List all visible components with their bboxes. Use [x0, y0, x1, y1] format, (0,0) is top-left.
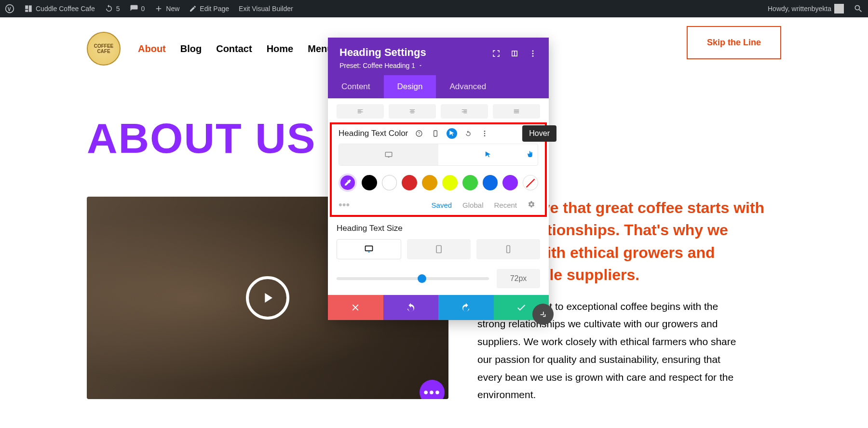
svg-rect-11: [388, 157, 390, 158]
slider-thumb[interactable]: [418, 274, 426, 283]
svg-rect-13: [368, 252, 369, 253]
color-swatches: [339, 174, 538, 192]
nav-item-home[interactable]: Home: [267, 43, 294, 54]
help-icon[interactable]: ?: [414, 128, 424, 139]
device-tablet-button[interactable]: [407, 239, 471, 259]
svg-point-3: [532, 55, 534, 57]
swatch-yellow[interactable]: [442, 175, 458, 190]
nav-item-about[interactable]: About: [138, 43, 166, 54]
align-center-button[interactable]: [389, 104, 436, 119]
device-desktop-button[interactable]: [337, 239, 401, 259]
howdy-label: Howdy, writtenbyekta: [768, 5, 831, 13]
panel-title: Heading Settings: [339, 46, 426, 59]
site-name-label: Cuddle Coffee Cafe: [36, 5, 95, 13]
exit-builder-label: Exit Visual Builder: [239, 5, 293, 13]
size-input[interactable]: [497, 269, 540, 288]
edit-page-label: Edit Page: [200, 5, 229, 13]
svg-rect-15: [507, 246, 510, 253]
tab-content[interactable]: Content: [328, 75, 384, 98]
tab-saved[interactable]: Saved: [432, 201, 452, 209]
docs-icon[interactable]: [510, 49, 519, 60]
edit-page-item[interactable]: Edit Page: [189, 5, 229, 13]
cursor-icon[interactable]: [447, 128, 457, 139]
hand-cursor-icon: [526, 150, 535, 160]
cancel-button[interactable]: [328, 295, 383, 320]
panel-actions: [328, 295, 549, 320]
size-slider[interactable]: [337, 277, 489, 280]
svg-point-9: [484, 135, 486, 136]
swatch-black[interactable]: [362, 175, 377, 190]
site-name[interactable]: Cuddle Coffee Cafe: [24, 4, 95, 13]
nav-item-contact[interactable]: Contact: [216, 43, 252, 54]
state-hover-button[interactable]: [438, 144, 538, 165]
tab-global[interactable]: Global: [462, 201, 483, 209]
heading-settings-panel[interactable]: Heading Settings Preset: Coffee Heading …: [328, 38, 549, 320]
site-logo[interactable]: COFFEECAFE: [87, 32, 121, 66]
swatch-green[interactable]: [462, 175, 478, 190]
svg-rect-12: [366, 246, 373, 251]
color-label: Heading Text Color: [339, 129, 408, 138]
highlighted-color-section: Heading Text Color ? Hover: [330, 122, 547, 217]
exit-builder-item[interactable]: Exit Visual Builder: [239, 5, 293, 13]
svg-text:?: ?: [418, 131, 420, 136]
new-label: New: [166, 5, 179, 13]
swatch-orange[interactable]: [422, 175, 437, 190]
device-phone-button[interactable]: [476, 239, 540, 259]
state-toggle: [339, 144, 538, 166]
swatch-blue[interactable]: [483, 175, 498, 190]
svg-point-2: [532, 53, 534, 54]
panel-tabs: Content Design Advanced: [328, 75, 549, 98]
size-label: Heading Text Size: [337, 224, 540, 233]
drag-handle[interactable]: [532, 304, 554, 325]
panel-preset[interactable]: Preset: Coffee Heading 1: [339, 62, 426, 69]
reset-icon[interactable]: [463, 128, 474, 139]
tab-design[interactable]: Design: [384, 75, 436, 98]
svg-point-1: [532, 50, 534, 52]
svg-rect-6: [434, 131, 437, 136]
main-nav: About Blog Contact Home Menu: [138, 43, 333, 54]
updates-item[interactable]: 5: [105, 4, 120, 13]
align-justify-button[interactable]: [493, 104, 540, 119]
tab-advanced[interactable]: Advanced: [436, 75, 500, 98]
swatch-purple[interactable]: [502, 175, 518, 190]
play-button[interactable]: [246, 276, 289, 320]
skip-line-button[interactable]: Skip the Line: [687, 26, 781, 59]
align-options: [328, 98, 549, 123]
kebab-icon[interactable]: [479, 128, 490, 139]
nav-item-blog[interactable]: Blog: [180, 43, 202, 54]
state-default-button[interactable]: [339, 144, 438, 165]
swatch-white[interactable]: [382, 175, 397, 190]
new-item[interactable]: New: [154, 4, 179, 13]
gear-icon[interactable]: [528, 201, 535, 210]
wp-logo-icon[interactable]: [5, 4, 14, 13]
comments-count: 0: [141, 5, 145, 13]
tab-recent[interactable]: Recent: [494, 201, 517, 209]
svg-point-7: [484, 131, 486, 132]
updates-count: 5: [116, 5, 120, 13]
redo-button[interactable]: [438, 295, 494, 320]
svg-rect-10: [385, 152, 392, 157]
swatch-none[interactable]: [523, 175, 538, 190]
howdy-item[interactable]: Howdy, writtenbyekta: [768, 4, 844, 13]
swatch-red[interactable]: [402, 175, 417, 190]
align-left-button[interactable]: [337, 104, 384, 119]
search-icon[interactable]: [854, 4, 863, 13]
module-options-button[interactable]: •••: [420, 380, 445, 399]
more-icon[interactable]: [529, 49, 537, 60]
expand-icon[interactable]: [492, 49, 501, 60]
color-picker-button[interactable]: [339, 174, 357, 192]
comments-item[interactable]: 0: [130, 4, 145, 13]
svg-point-8: [484, 133, 486, 134]
wp-admin-bar: Cuddle Coffee Cafe 5 0 New Edit Page Exi…: [0, 0, 868, 17]
align-right-button[interactable]: [441, 104, 488, 119]
swatch-more-icon[interactable]: •••: [339, 199, 350, 211]
phone-icon[interactable]: [430, 128, 441, 139]
user-avatar-icon: [834, 4, 844, 13]
undo-button[interactable]: [383, 295, 439, 320]
hover-tooltip: Hover: [522, 125, 556, 142]
device-row: [337, 239, 540, 259]
svg-rect-14: [436, 246, 441, 253]
